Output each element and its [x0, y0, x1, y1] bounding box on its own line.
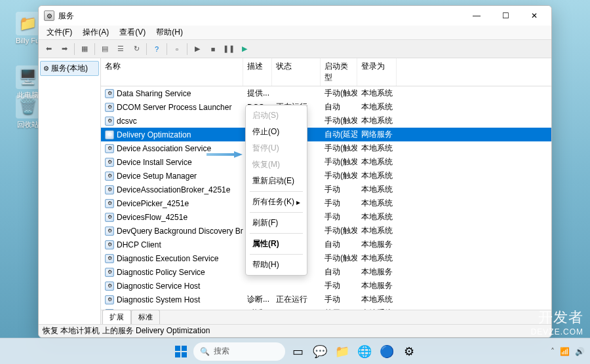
service-name: DevQuery Background Discovery Broke — [117, 227, 243, 236]
help-button[interactable]: ? — [149, 42, 164, 56]
taskbar-search[interactable]: 🔍搜索 — [193, 342, 285, 361]
context-menu-item[interactable]: 停止(O) — [246, 124, 307, 140]
service-startup: 自动(延迟... — [321, 128, 357, 141]
menu-action[interactable]: 操作(A) — [77, 26, 114, 39]
show-hide-tree-button[interactable]: ▦ — [77, 42, 92, 56]
titlebar[interactable]: ⚙ 服务 — ☐ ✕ — [39, 6, 551, 26]
tray-volume-icon[interactable]: 🔊 — [575, 347, 585, 356]
service-row[interactable]: ⚙Delivery Optimization执行...正在运行自动(延迟...网… — [101, 128, 551, 141]
col-logon[interactable]: 登录为 — [357, 58, 397, 86]
service-name: Device Setup Manager — [117, 172, 197, 181]
search-icon: 🔍 — [200, 347, 210, 356]
tray-network-icon[interactable]: 📶 — [560, 347, 570, 356]
tab-extended[interactable]: 扩展 — [102, 310, 131, 324]
service-status — [272, 279, 321, 293]
service-name: DHCP Client — [117, 240, 161, 249]
service-row[interactable]: ⚙DevicePicker_4251e手动本地系统 — [101, 196, 551, 210]
stop-service-button[interactable]: ■ — [206, 42, 220, 56]
context-menu-item[interactable]: 所有任务(K)▸ — [246, 194, 307, 210]
service-icon: ⚙ — [105, 185, 114, 194]
chrome-button[interactable]: 🌐 — [355, 342, 374, 361]
service-logon: 本地系统 — [357, 251, 397, 265]
service-row[interactable]: ⚙DHCP Client行自动本地服务 — [101, 238, 551, 251]
service-icon: ⚙ — [105, 158, 114, 167]
col-desc[interactable]: 描述 — [243, 58, 272, 86]
services-taskbar-button[interactable]: ⚙ — [399, 342, 419, 361]
service-row[interactable]: ⚙Diagnostic Service Host手动本地服务 — [101, 279, 551, 293]
service-name: Data Sharing Service — [117, 89, 191, 98]
service-icon: ⚙ — [105, 172, 114, 181]
context-menu-item[interactable]: 属性(R) — [246, 236, 307, 252]
menu-view[interactable]: 查看(V) — [114, 26, 151, 39]
start-service-button[interactable]: ▶ — [190, 42, 205, 56]
tree-root-label: 服务(本地) — [51, 63, 88, 74]
context-menu-item[interactable]: 帮助(H) — [246, 257, 307, 273]
service-row[interactable]: ⚙Diagnostic Policy Service行自动本地服务 — [101, 265, 551, 279]
service-row[interactable]: ⚙Diagnostic Execution Service手动(触发...本地系… — [101, 251, 551, 265]
service-row[interactable]: ⚙Device Association Service手动(触发...本地系统 — [101, 141, 551, 155]
status-text: 恢复 本地计算机 上的服务 Delivery Optimization — [43, 325, 210, 337]
minimize-button[interactable]: — — [462, 6, 491, 26]
close-button[interactable]: ✕ — [520, 6, 549, 26]
edge-button[interactable]: 🔵 — [377, 342, 397, 361]
service-row[interactable]: ⚙DevQuery Background Discovery Broke手动(触… — [101, 224, 551, 238]
service-name: dcsvc — [117, 117, 137, 126]
maximize-button[interactable]: ☐ — [491, 6, 520, 26]
stop2-button[interactable]: ▫ — [170, 42, 184, 56]
chat-button[interactable]: 💬 — [310, 342, 330, 361]
forward-button[interactable]: ➡ — [57, 42, 71, 56]
tree-root-services-local[interactable]: ⚙ 服务(本地) — [40, 61, 99, 76]
service-logon: 本地系统 — [357, 224, 397, 238]
service-icon: ⚙ — [105, 295, 114, 304]
context-menu-item: 恢复(M) — [246, 156, 307, 173]
service-startup: 手动(触发... — [321, 169, 357, 183]
service-logon: 本地服务 — [357, 265, 397, 279]
service-name: Diagnostic Execution Service — [117, 254, 218, 263]
refresh-button[interactable]: ↻ — [129, 42, 144, 56]
context-menu-item: 启动(S) — [246, 107, 307, 124]
toolbar-separator — [74, 43, 75, 55]
service-startup: 手动(触发... — [321, 86, 357, 100]
tab-standard[interactable]: 标准 — [131, 310, 160, 324]
service-rows[interactable]: ⚙Data Sharing Service提供...手动(触发...本地系统⚙D… — [101, 86, 551, 310]
svg-rect-1 — [175, 346, 180, 351]
start-button[interactable] — [171, 342, 191, 361]
service-row[interactable]: ⚙Diagnostic System Host诊断...正在运行手动本地系统 — [101, 293, 551, 306]
service-startup: 手动 — [321, 196, 357, 210]
svg-rect-3 — [175, 352, 180, 357]
menu-item-label: 属性(R) — [252, 238, 279, 249]
task-view-button[interactable]: ▭ — [288, 342, 307, 361]
col-name[interactable]: 名称 — [101, 58, 243, 86]
system-tray[interactable]: ˄ 📶 🔊 — [551, 347, 585, 356]
back-button[interactable]: ⬅ — [41, 42, 56, 56]
this-pc-icon: 🖥️ — [16, 65, 39, 89]
menu-help[interactable]: 帮助(H) — [151, 26, 188, 39]
properties-button[interactable]: ☰ — [113, 42, 128, 56]
service-row[interactable]: ⚙dcsvc已声...手动(触发...本地系统 — [101, 114, 551, 128]
service-row[interactable]: ⚙Device Install Service手动(触发...本地系统 — [101, 155, 551, 169]
service-row[interactable]: ⚙Data Sharing Service提供...手动(触发...本地系统 — [101, 86, 551, 100]
context-menu-item[interactable]: 刷新(F) — [246, 215, 307, 231]
service-logon: 本地系统 — [357, 293, 397, 306]
menu-item-label: 帮助(H) — [252, 259, 279, 270]
col-startup[interactable]: 启动类型 — [321, 58, 357, 86]
service-row[interactable]: ⚙Device Setup Manager手动(触发...本地系统 — [101, 169, 551, 183]
service-row[interactable]: ⚙DeviceAssociationBroker_4251e手动本地系统 — [101, 183, 551, 196]
col-status[interactable]: 状态 — [272, 58, 321, 86]
export-list-button[interactable]: ▤ — [98, 42, 112, 56]
service-logon: 本地系统 — [357, 114, 397, 128]
explorer-button[interactable]: 📁 — [332, 342, 352, 361]
service-logon: 本地系统 — [357, 155, 397, 169]
context-menu-item[interactable]: 重新启动(E) — [246, 173, 307, 189]
taskbar: 🔍搜索 ▭ 💬 📁 🌐 🔵 ⚙ ˄ 📶 🔊 — [0, 338, 590, 364]
recycle-bin-icon: 🗑️ — [16, 95, 39, 118]
tray-chevron-icon[interactable]: ˄ — [551, 347, 555, 356]
pause-service-button[interactable]: ❚❚ — [222, 42, 236, 56]
restart-service-button[interactable]: ▶ — [237, 42, 252, 56]
service-logon: 本地系统 — [357, 210, 397, 224]
service-row[interactable]: ⚙DCOM Server Process LauncherDCO...正在运行自… — [101, 100, 551, 114]
menu-item-label: 刷新(F) — [252, 217, 278, 228]
service-row[interactable]: ⚙DevicesFlow_4251e手动本地系统 — [101, 210, 551, 224]
service-name: Device Install Service — [117, 158, 192, 167]
menu-file[interactable]: 文件(F) — [41, 26, 77, 39]
